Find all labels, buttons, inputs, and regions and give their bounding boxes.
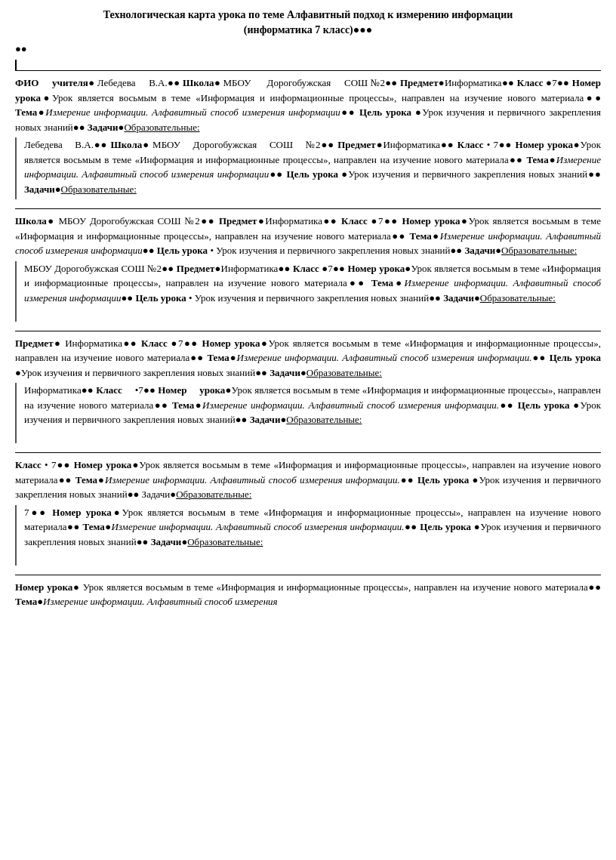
page-title: Технологическая карта урока по теме Алфа… <box>15 8 601 37</box>
section-1: ФИО учителя● Лебедева В.А.●● Школа● МБОУ… <box>15 70 601 208</box>
section-2: Школа● МБОУ Дорогобужская СОШ №2●● Предм… <box>15 208 601 331</box>
section-4: Класс • 7●● Номер урока●Урок является во… <box>15 452 601 575</box>
section-3: Предмет● Информатика●● Класс ●7●● Номер … <box>15 331 601 453</box>
section-5: Номер урока● Урок является восьмым в тем… <box>15 575 601 618</box>
top-bullets: ●● <box>15 43 601 55</box>
